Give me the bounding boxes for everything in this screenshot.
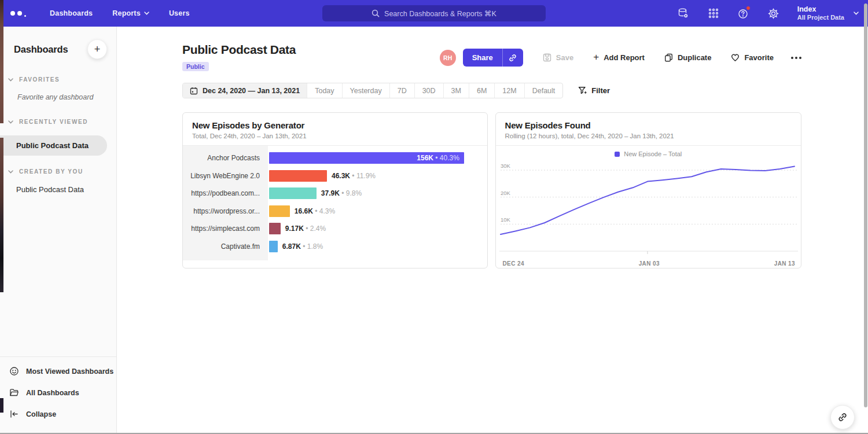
- date-range-button[interactable]: Dec 24, 2020 — Jan 13, 2021: [183, 83, 307, 98]
- card-title: New Episodes Found: [505, 120, 792, 130]
- bar-value-label: 37.9K • 9.8%: [321, 189, 362, 197]
- most-viewed-dashboards-button[interactable]: Most Viewed Dashboards: [0, 361, 116, 382]
- bar-row: Anchor Podcasts156K • 40.3%: [183, 149, 487, 167]
- background-window-edge: [0, 138, 3, 292]
- chevron-down-icon: [854, 12, 859, 15]
- preset-12m[interactable]: 12M: [494, 83, 524, 98]
- x-axis-labels: DEC 24 JAN 03 JAN 13: [496, 259, 801, 267]
- search-input[interactable]: Search Dashboards & Reports ⌘K: [322, 5, 546, 21]
- preset-7d[interactable]: 7D: [389, 83, 414, 98]
- preset-3m[interactable]: 3M: [443, 83, 469, 98]
- filter-label: Filter: [591, 86, 610, 95]
- share-link-button[interactable]: [502, 49, 523, 67]
- bar-row: https://podbean.com...37.9K • 9.8%: [183, 185, 487, 203]
- bar-track: 9.17K • 2.4%: [268, 223, 487, 234]
- card-subtitle: Total, Dec 24th, 2020 – Jan 13th, 2021: [192, 133, 478, 139]
- x-tick: JAN 13: [774, 260, 795, 267]
- section-favorites[interactable]: FAVORITES: [0, 76, 116, 83]
- project-subtitle: All Project Data: [797, 14, 844, 21]
- bar[interactable]: [269, 241, 278, 252]
- x-tick: DEC 24: [503, 260, 524, 267]
- collapse-sidebar-button[interactable]: Collapse: [0, 403, 116, 425]
- chart-legend: New Episode – Total: [496, 146, 801, 159]
- bar-category-label: https://podbean.com...: [183, 189, 268, 197]
- preset-default[interactable]: Default: [524, 83, 563, 98]
- preset-yesterday[interactable]: Yesterday: [342, 83, 389, 98]
- settings-gear-icon[interactable]: [767, 7, 780, 20]
- chevron-down-icon: [8, 78, 13, 82]
- favorite-button[interactable]: Favorite: [731, 53, 774, 62]
- section-favorites-label: FAVORITES: [19, 76, 60, 83]
- bar-track: 156K • 40.3%: [268, 152, 487, 164]
- collapse-icon: [9, 409, 19, 419]
- bar[interactable]: [269, 205, 290, 217]
- bar-value-label: 6.87K • 1.8%: [282, 242, 323, 251]
- line-chart: 10K20K30K: [496, 159, 801, 259]
- preset-30d[interactable]: 30D: [414, 83, 443, 98]
- bar[interactable]: [269, 187, 317, 199]
- bar[interactable]: 156K • 40.3%: [269, 152, 464, 164]
- help-icon[interactable]: [737, 7, 750, 20]
- sidebar: Dashboards + FAVORITES Favorite any dash…: [0, 27, 117, 434]
- link-icon: [838, 413, 847, 422]
- legend-label: New Episode – Total: [624, 150, 682, 157]
- add-report-label: Add Report: [604, 53, 645, 62]
- page-title: Public Podcast Data: [182, 43, 296, 57]
- preset-today[interactable]: Today: [307, 83, 341, 98]
- page-scrollbar[interactable]: [864, 3, 867, 407]
- public-badge: Public: [182, 62, 209, 71]
- avatar[interactable]: RH: [440, 50, 456, 66]
- bar[interactable]: [269, 170, 327, 182]
- floating-share-link-button[interactable]: [830, 405, 855, 429]
- topbar-right: Index All Project Data: [677, 0, 859, 27]
- save-button[interactable]: Save: [543, 53, 573, 62]
- section-created-by-you[interactable]: CREATED BY YOU: [0, 168, 116, 175]
- calendar-icon: [190, 87, 198, 95]
- svg-text:10K: 10K: [501, 216, 511, 223]
- nav-users[interactable]: Users: [169, 9, 190, 17]
- chevron-down-icon: [144, 12, 149, 15]
- bar-category-label: Captivate.fm: [183, 242, 268, 251]
- apps-grid-icon[interactable]: [707, 7, 720, 20]
- all-dashboards-button[interactable]: All Dashboards: [0, 382, 116, 403]
- background-window-edge: [0, 398, 3, 413]
- add-report-button[interactable]: + Add Report: [593, 53, 645, 63]
- sidebar-item-public-podcast-data-recent[interactable]: Public Podcast Data: [0, 135, 107, 156]
- section-created-by-you-label: CREATED BY YOU: [19, 168, 83, 175]
- main-content: Public Podcast Data Public RH Share: [117, 27, 868, 434]
- project-switcher[interactable]: Index All Project Data: [797, 5, 859, 21]
- nav-reports-label: Reports: [112, 9, 141, 17]
- app-logo-icon[interactable]: [10, 10, 34, 17]
- link-icon: [509, 54, 517, 62]
- sidebar-title: Dashboards: [14, 44, 68, 55]
- background-window-edge: [0, 0, 3, 123]
- card-new-episodes-found: New Episodes Found Rolling (12 hours), t…: [495, 112, 802, 269]
- duplicate-label: Duplicate: [678, 53, 712, 62]
- favorite-label: Favorite: [744, 53, 774, 62]
- add-dashboard-button[interactable]: +: [87, 39, 107, 59]
- filter-button[interactable]: Filter: [578, 86, 610, 95]
- all-dashboards-label: All Dashboards: [26, 389, 79, 397]
- bar-track: 6.87K • 1.8%: [268, 241, 487, 252]
- nav-reports[interactable]: Reports: [112, 9, 149, 17]
- date-range-segmented-control: Dec 24, 2020 — Jan 13, 2021 Today Yester…: [182, 83, 563, 98]
- bar-value-label: 16.6K • 4.3%: [295, 207, 335, 215]
- heart-icon: [731, 53, 740, 62]
- section-recently-viewed-label: RECENTLY VIEWED: [19, 119, 88, 125]
- more-options-button[interactable]: [791, 57, 801, 59]
- duplicate-button[interactable]: Duplicate: [664, 53, 712, 62]
- preset-6m[interactable]: 6M: [469, 83, 494, 98]
- share-button[interactable]: Share: [463, 49, 502, 67]
- data-sources-icon[interactable]: [677, 7, 690, 20]
- share-split-button: Share: [463, 49, 523, 67]
- section-recently-viewed[interactable]: RECENTLY VIEWED: [0, 119, 116, 125]
- nav-dashboards[interactable]: Dashboards: [50, 9, 93, 17]
- topbar: Dashboards Reports Users Search Dashboar…: [0, 0, 868, 27]
- bar-category-label: https://simplecast.com: [183, 225, 268, 233]
- sidebar-item-public-podcast-data-created[interactable]: Public Podcast Data: [0, 185, 116, 194]
- legend-swatch: [615, 152, 620, 157]
- most-viewed-label: Most Viewed Dashboards: [26, 367, 113, 376]
- bar-value-label: 46.3K • 11.9%: [332, 172, 376, 180]
- save-icon: [543, 53, 551, 62]
- bar[interactable]: [269, 223, 281, 234]
